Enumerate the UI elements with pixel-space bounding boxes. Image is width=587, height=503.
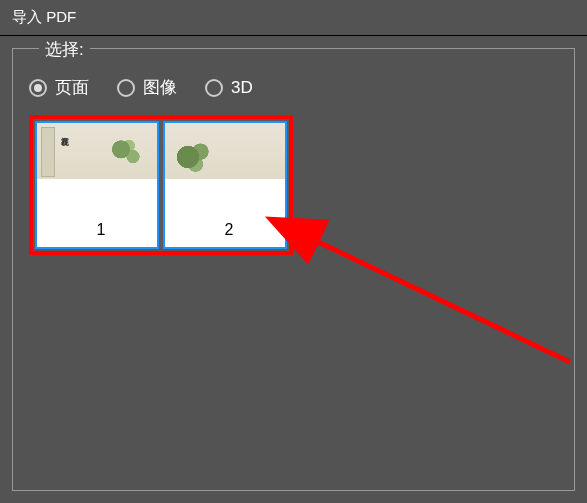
window-title-bar: 导入 PDF xyxy=(0,0,587,36)
thumbnail-page-number: 1 xyxy=(39,217,159,245)
thumbnail-page-1[interactable]: 春江花月夜 1 xyxy=(33,119,161,251)
page-thumbnails: 春江花月夜 1 2 xyxy=(29,115,293,255)
radio-images[interactable]: 图像 xyxy=(117,76,177,99)
radio-icon xyxy=(117,79,135,97)
radio-3d-label: 3D xyxy=(231,78,253,98)
thumbnail-page-2[interactable]: 2 xyxy=(161,119,289,251)
radio-pages[interactable]: 页面 xyxy=(29,76,89,99)
thumbnail-artwork-icon xyxy=(165,123,285,179)
thumbnail-preview: 2 xyxy=(163,121,287,249)
window-title: 导入 PDF xyxy=(12,8,76,25)
radio-icon xyxy=(29,79,47,97)
radio-3d[interactable]: 3D xyxy=(205,76,253,99)
radio-images-label: 图像 xyxy=(143,76,177,99)
selection-panel: 选择: 页面 图像 3D 春江花月夜 1 2 xyxy=(12,48,575,491)
radio-pages-label: 页面 xyxy=(55,76,89,99)
panel-label: 选择: xyxy=(39,38,90,61)
import-mode-radio-group: 页面 图像 3D xyxy=(29,76,558,99)
thumbnail-page-number: 2 xyxy=(167,217,287,245)
radio-icon xyxy=(205,79,223,97)
thumbnail-artwork-icon: 春江花月夜 xyxy=(37,123,157,179)
thumbnail-preview: 春江花月夜 1 xyxy=(35,121,159,249)
